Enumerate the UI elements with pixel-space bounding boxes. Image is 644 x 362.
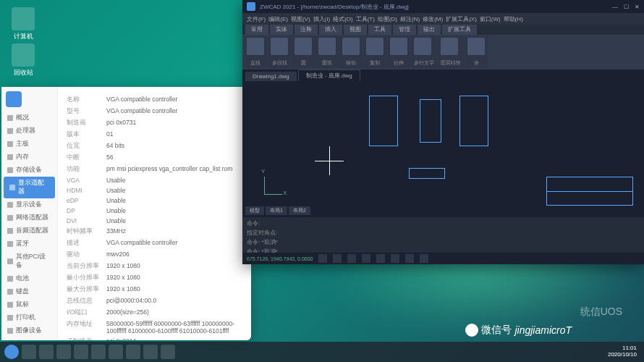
ribbon-tab[interactable]: 实体 bbox=[270, 25, 293, 35]
ribbon-tab[interactable]: 注释 bbox=[295, 25, 318, 35]
ribbon-tab[interactable]: 插入 bbox=[319, 25, 342, 35]
sidebar-item[interactable]: 打印机 bbox=[1, 311, 57, 324]
ribbon-group: 拉伸 bbox=[387, 36, 410, 68]
info-row: HDMIUsable bbox=[67, 185, 242, 195]
ribbon-tool-icon[interactable] bbox=[414, 38, 431, 55]
info-row: 型号VGA compatible controller bbox=[67, 106, 242, 117]
sidebar-item[interactable]: 网络适配器 bbox=[1, 211, 57, 224]
cad-drawing-part[interactable] bbox=[420, 99, 441, 143]
menu-item[interactable]: 文件(F) bbox=[247, 15, 266, 23]
sidebar-item[interactable]: 显示设备 bbox=[1, 198, 57, 211]
close-button[interactable]: ✕ bbox=[635, 4, 640, 10]
status-toggle[interactable] bbox=[318, 254, 327, 263]
sidebar-item[interactable]: 概况 bbox=[1, 111, 57, 125]
taskbar-item[interactable] bbox=[126, 345, 140, 359]
cad-titlebar[interactable]: ZWCAD 2021 - [/home/zwcad/Desktop/制造业 - … bbox=[242, 0, 644, 13]
ribbon-group: 块 bbox=[465, 36, 488, 68]
taskbar-item[interactable] bbox=[91, 345, 106, 359]
menu-item[interactable]: 标注(N) bbox=[400, 15, 420, 23]
ribbon-tool-icon[interactable] bbox=[467, 38, 485, 55]
ribbon-tool-icon[interactable] bbox=[390, 38, 407, 55]
sidebar-item[interactable]: 存储设备 bbox=[1, 164, 57, 177]
ribbon-tool-icon[interactable] bbox=[295, 38, 312, 55]
ribbon-group: 圆 bbox=[292, 36, 315, 68]
view-tab[interactable]: 布局2 bbox=[289, 206, 310, 215]
sidebar-item[interactable]: 图像设备 bbox=[1, 324, 57, 337]
status-toggle[interactable] bbox=[362, 254, 370, 263]
status-toggle[interactable] bbox=[405, 254, 414, 263]
info-row: 制造商pci 0x0731 bbox=[67, 117, 242, 129]
taskbar-item[interactable] bbox=[22, 345, 36, 359]
ribbon-tab[interactable]: 视图 bbox=[344, 25, 367, 35]
cad-canvas[interactable]: X Y 模型布局1布局2 bbox=[242, 81, 644, 216]
taskbar-item[interactable] bbox=[74, 345, 88, 359]
ribbon-tab[interactable]: 常用 bbox=[245, 25, 268, 35]
menu-item[interactable]: 格式(O) bbox=[333, 15, 353, 23]
sidebar-item[interactable]: 蓝牙 bbox=[1, 237, 57, 251]
ribbon-group: 多段线 bbox=[268, 36, 291, 68]
ribbon-tab[interactable]: 输出 bbox=[418, 25, 441, 35]
sidebar-item[interactable]: 音频适配器 bbox=[1, 224, 57, 237]
menu-item[interactable]: 绘图(D) bbox=[378, 15, 397, 23]
taskbar-item[interactable] bbox=[109, 345, 123, 359]
taskbar-clock[interactable]: 11:012020/10/10 bbox=[608, 345, 640, 358]
sysinfo-app-icon bbox=[6, 91, 22, 107]
ribbon-group: 图层特性 bbox=[438, 36, 464, 68]
status-toggle[interactable] bbox=[376, 254, 385, 263]
ribbon-tool-icon[interactable] bbox=[366, 38, 384, 55]
sidebar-item[interactable]: 显示适配器 bbox=[4, 177, 55, 198]
taskbar-item[interactable] bbox=[143, 345, 158, 359]
menu-item[interactable]: 视图(V) bbox=[291, 15, 310, 23]
view-tab[interactable]: 模型 bbox=[245, 206, 264, 215]
maximize-button[interactable]: ☐ bbox=[624, 4, 629, 10]
doc-tab[interactable]: Drawing1.dwg bbox=[245, 72, 297, 81]
info-row: 内存地址58000000-59ffffff 60000000-63ffffff … bbox=[67, 319, 242, 336]
sidebar-item[interactable]: 处理器 bbox=[1, 125, 57, 138]
start-button[interactable] bbox=[4, 345, 19, 359]
cad-drawing-part[interactable] bbox=[409, 168, 445, 179]
status-toggle[interactable] bbox=[333, 254, 342, 263]
taskbar-item[interactable] bbox=[39, 345, 54, 359]
menu-item[interactable]: 窗口(W) bbox=[480, 15, 501, 23]
ribbon-tab[interactable]: 管理 bbox=[393, 25, 416, 35]
menu-item[interactable]: 帮助(H) bbox=[504, 15, 523, 23]
menu-item[interactable]: 修改(M) bbox=[423, 15, 443, 23]
taskbar-item[interactable] bbox=[56, 345, 71, 359]
cad-ribbon-tabs: 常用实体注释插入视图工具管理输出扩展工具 bbox=[242, 25, 644, 35]
cad-command-panel[interactable]: 命令:指定对角点:命令: *取消*命令: *取消* 命令: bbox=[242, 216, 644, 253]
sidebar-item[interactable]: 主板 bbox=[1, 138, 57, 151]
menu-item[interactable]: 插入(I) bbox=[313, 15, 331, 23]
ribbon-tool-icon[interactable] bbox=[318, 38, 336, 55]
sidebar-item[interactable]: 其他PCI设备 bbox=[1, 251, 57, 272]
view-tab[interactable]: 布局1 bbox=[266, 206, 287, 215]
sidebar-item[interactable]: 鼠标 bbox=[1, 298, 57, 311]
info-row: 中断56 bbox=[67, 152, 242, 164]
menu-item[interactable]: 编辑(E) bbox=[268, 15, 288, 23]
cad-drawing-part[interactable] bbox=[369, 96, 398, 146]
cad-statusbar: 675.7128, 1940.7943, 0.0000 bbox=[242, 253, 644, 264]
sidebar-item[interactable]: 内存 bbox=[1, 151, 57, 164]
ribbon-tab[interactable]: 工具 bbox=[368, 25, 391, 35]
doc-tab[interactable]: 制造业 - 底座.dwg bbox=[298, 70, 360, 81]
ribbon-tab[interactable]: 扩展工具 bbox=[442, 25, 477, 35]
menu-item[interactable]: 工具(T) bbox=[356, 15, 375, 23]
info-row: 描述VGA compatible controller bbox=[67, 237, 242, 249]
menu-item[interactable]: 扩展工具(X) bbox=[446, 15, 477, 23]
sidebar-item[interactable]: 电池 bbox=[1, 272, 57, 285]
status-toggle[interactable] bbox=[391, 254, 399, 263]
status-toggle[interactable] bbox=[347, 254, 356, 263]
sidebar-item[interactable]: 键盘 bbox=[1, 285, 57, 298]
cad-logo-icon bbox=[247, 2, 255, 11]
ribbon-tool-icon[interactable] bbox=[441, 38, 458, 55]
minimize-button[interactable]: — bbox=[612, 4, 618, 10]
status-toggle[interactable] bbox=[420, 254, 428, 263]
cad-title-block[interactable] bbox=[546, 177, 633, 206]
cad-drawing-part[interactable] bbox=[459, 96, 488, 146]
taskbar-item[interactable] bbox=[161, 345, 175, 359]
ribbon-tool-icon[interactable] bbox=[342, 38, 360, 55]
desktop-icon-trash[interactable]: 回收站 bbox=[9, 43, 38, 77]
desktop-icon-computer[interactable]: 计算机 bbox=[9, 7, 38, 41]
sidebar-item[interactable]: 光驱 bbox=[1, 337, 57, 340]
ribbon-tool-icon[interactable] bbox=[271, 38, 288, 55]
ribbon-tool-icon[interactable] bbox=[247, 38, 264, 55]
